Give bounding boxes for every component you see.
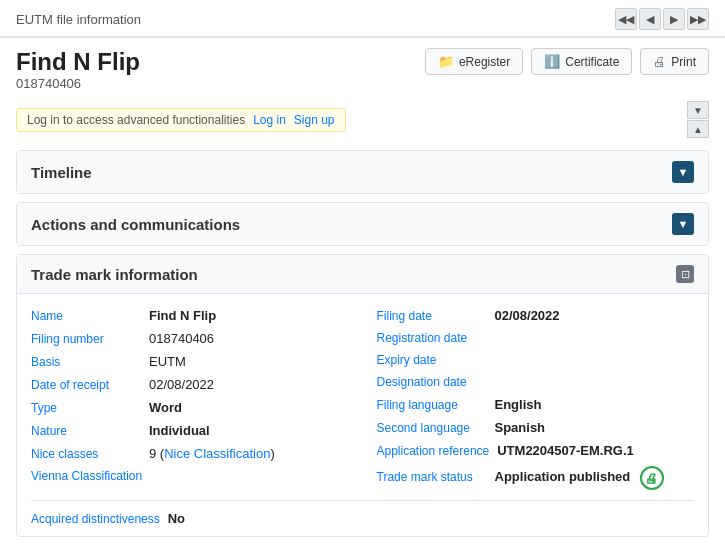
info-row-basis: Basis EUTM [31,350,349,373]
value-filing-lang: English [495,397,542,412]
print-button[interactable]: 🖨 Print [640,48,709,75]
timeline-section: Timeline ▼ [16,150,709,194]
label-filing-number: Filing number [31,332,141,346]
timeline-section-header[interactable]: Timeline ▼ [17,151,708,193]
title-left: Find N Flip 018740406 [16,48,140,91]
trademark-toggle: ⊡ [676,265,694,283]
info-row-acquired: Acquired distinctiveness No [17,507,708,530]
certificate-icon: ℹ️ [544,54,560,69]
login-banner-row: Log in to access advanced functionalitie… [0,97,725,142]
info-row-nature: Nature Individual [31,419,349,442]
value-nice: 9 (Nice Classification) [149,446,275,461]
info-row-date-receipt: Date of receipt 02/08/2022 [31,373,349,396]
nice-classification-link[interactable]: Nice Classification [164,446,270,461]
info-row-expiry: Expiry date [377,349,695,371]
app-number: 018740406 [16,76,140,91]
title-area: Find N Flip 018740406 📁 eRegister ℹ️ Cer… [0,38,725,97]
trademark-section-header[interactable]: Trade mark information ⊡ [17,255,708,294]
actions-section-header[interactable]: Actions and communications ▼ [17,203,708,245]
label-name: Name [31,309,141,323]
nav-first-button[interactable]: ◀◀ [615,8,637,30]
page-header-title: EUTM file information [16,12,141,27]
info-row-second-lang: Second language Spanish [377,416,695,439]
nav-prev-button[interactable]: ◀ [639,8,661,30]
trademark-section: Trade mark information ⊡ Name Find N Fli… [16,254,709,537]
nav-last-button[interactable]: ▶▶ [687,8,709,30]
value-second-lang: Spanish [495,420,546,435]
trademark-title: Trade mark information [31,266,198,283]
trademark-left-column: Name Find N Flip Filing number 018740406… [17,304,363,494]
nav-next-button[interactable]: ▶ [663,8,685,30]
label-filing-lang: Filing language [377,398,487,412]
info-row-name: Name Find N Flip [31,304,349,327]
value-name: Find N Flip [149,308,216,323]
value-nature: Individual [149,423,210,438]
info-row-app-ref: Application reference UTM2204507-EM.RG.1 [377,439,695,462]
value-date-receipt: 02/08/2022 [149,377,214,392]
status-published-icon: 🖨 [640,466,664,490]
label-nature: Nature [31,424,141,438]
login-banner-message: Log in to access advanced functionalitie… [27,113,245,127]
print-label: Print [671,55,696,69]
info-row-nice: Nice classes 9 (Nice Classification) [31,442,349,465]
timeline-toggle: ▼ [672,161,694,183]
info-row-designation: Designation date [377,371,695,393]
label-second-lang: Second language [377,421,487,435]
eregister-button[interactable]: 📁 eRegister [425,48,523,75]
app-name: Find N Flip [16,48,140,76]
info-row-filing-number: Filing number 018740406 [31,327,349,350]
timeline-title: Timeline [31,164,92,181]
trademark-right-column: Filing date 02/08/2022 Registration date… [363,304,709,494]
info-row-reg-date: Registration date [377,327,695,349]
label-designation: Designation date [377,375,487,389]
info-row-filing-lang: Filing language English [377,393,695,416]
info-row-type: Type Word [31,396,349,419]
label-expiry: Expiry date [377,353,487,367]
signup-link[interactable]: Sign up [294,113,335,127]
print-icon: 🖨 [653,54,666,69]
value-filing-date: 02/08/2022 [495,308,560,323]
sort-buttons: ▼ ▲ [687,101,709,138]
trademark-info-grid: Name Find N Flip Filing number 018740406… [17,294,708,536]
label-app-ref: Application reference [377,444,490,458]
certificate-button[interactable]: ℹ️ Certificate [531,48,632,75]
actions-toggle: ▼ [672,213,694,235]
login-link[interactable]: Log in [253,113,286,127]
actions-section: Actions and communications ▼ [16,202,709,246]
label-filing-date: Filing date [377,309,487,323]
value-acquired: No [168,511,185,526]
value-tm-status: Application published 🖨 [495,466,664,490]
nav-buttons: ◀◀ ◀ ▶ ▶▶ [615,8,709,30]
page-header: EUTM file information ◀◀ ◀ ▶ ▶▶ [0,0,725,38]
label-type: Type [31,401,141,415]
label-nice: Nice classes [31,447,141,461]
label-reg-date: Registration date [377,331,487,345]
label-acquired: Acquired distinctiveness [31,512,160,526]
label-vienna: Vienna Classification [31,469,142,483]
eregister-label: eRegister [459,55,510,69]
label-basis: Basis [31,355,141,369]
certificate-label: Certificate [565,55,619,69]
value-basis: EUTM [149,354,186,369]
eregister-icon: 📁 [438,54,454,69]
info-row-vienna: Vienna Classification [31,465,349,487]
info-divider [31,500,694,501]
value-filing-number: 018740406 [149,331,214,346]
sort-down-button[interactable]: ▼ [687,101,709,119]
info-row-tm-status: Trade mark status Application published … [377,462,695,494]
value-type: Word [149,400,182,415]
label-tm-status: Trade mark status [377,470,487,484]
info-row-filing-date: Filing date 02/08/2022 [377,304,695,327]
title-right: 📁 eRegister ℹ️ Certificate 🖨 Print [425,48,709,75]
login-banner: Log in to access advanced functionalitie… [16,108,346,132]
label-date-receipt: Date of receipt [31,378,141,392]
value-app-ref: UTM2204507-EM.RG.1 [497,443,634,458]
actions-title: Actions and communications [31,216,240,233]
sort-up-button[interactable]: ▲ [687,120,709,138]
